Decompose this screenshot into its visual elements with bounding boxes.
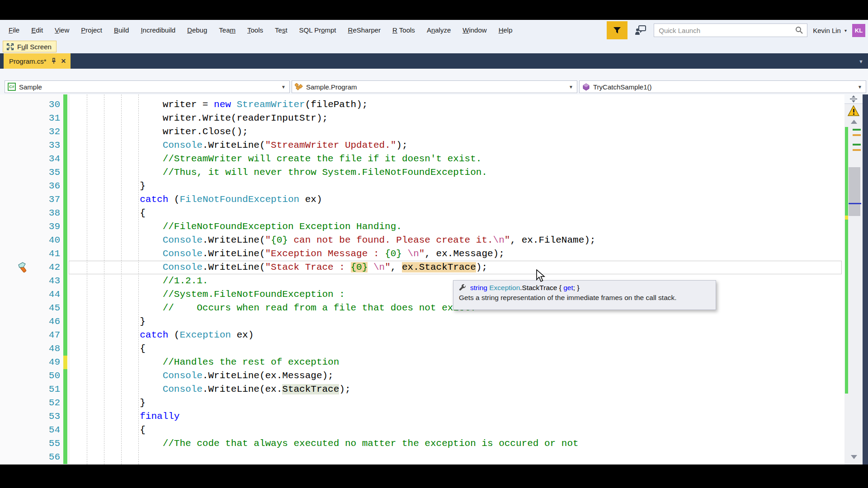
code-text: finally [71,411,179,422]
code-text: Console.WriteLine("Stack Trace : {0} \n"… [71,262,487,272]
change-tracking-bar [63,247,67,261]
code-line-51[interactable]: 51 Console.WriteLine(ex.StackTrace); [0,383,844,396]
feedback-button[interactable] [633,23,648,38]
scrollbar-mark-orange [853,134,861,136]
menu-item-r-tools[interactable]: R Tools [387,20,421,41]
tab-program-cs[interactable]: Program.cs* ✕ [4,53,71,69]
menu-item-test[interactable]: Test [269,20,293,41]
change-tracking-bar [63,193,67,206]
code-line-31[interactable]: 31 writer.Write(readerInputStr); [0,112,844,125]
member-dropdown[interactable]: TryCatchSample1() ▼ [579,80,866,93]
full-screen-button[interactable]: Full Screen [3,41,57,52]
line-number: 49 [0,356,60,369]
code-line-35[interactable]: 35 //Thus, it will never throw System.Fi… [0,166,844,179]
type-dropdown-value: Sample.Program [306,83,569,91]
full-screen-label: Full Screen [17,43,52,51]
scrollbar-thumb[interactable] [849,167,860,216]
menu-item-team[interactable]: Team [213,20,241,41]
line-number: 51 [0,383,60,396]
code-line-55[interactable]: 55 //The code that always executed no ma… [0,437,844,450]
code-line-42[interactable]: 42 Console.WriteLine("Stack Trace : {0} … [0,261,844,274]
tab-list-dropdown-icon[interactable]: ▼ [859,59,863,64]
menu-item-debug[interactable]: Debug [181,20,213,41]
csharp-project-icon: C# [8,83,16,91]
menu-item-view[interactable]: View [49,20,75,41]
scrollbar-up-arrow[interactable] [851,120,857,124]
code-line-38[interactable]: 38 { [0,206,844,220]
line-number: 43 [0,274,60,288]
code-line-30[interactable]: 30 writer = new StreamWriter(filePath); [0,98,844,112]
change-tracking-bar [63,206,67,220]
code-line-56[interactable]: 56 [0,450,844,464]
menu-item-incredibuild[interactable]: Incredibuild [135,20,181,41]
avatar[interactable]: KL [852,24,865,37]
code-line-34[interactable]: 34 //StreamWriter will create the file i… [0,152,844,166]
quick-launch-input[interactable] [658,26,795,35]
code-line-47[interactable]: 47 catch (Exception ex) [0,328,844,342]
code-line-36[interactable]: 36 } [0,179,844,193]
splitter-handle[interactable] [844,94,863,104]
code-text: //System.FileNotFoundException : [71,289,345,300]
code-line-49[interactable]: 49 //Handles the rest of exception [0,356,844,369]
menu-item-sql-prompt[interactable]: SQL Prompt [293,20,342,41]
file-status-warning-icon[interactable] [848,105,859,118]
change-tracking-bar [63,152,67,166]
menu-item-analyze[interactable]: Analyze [421,20,457,41]
code-line-43[interactable]: 43 //1.2.1. [0,274,844,288]
code-text: Console.WriteLine("{0} can not be found.… [71,235,595,245]
menu-item-build[interactable]: Build [108,20,135,41]
vertical-scrollbar[interactable] [844,94,863,465]
mouse-cursor [536,269,546,283]
code-line-45[interactable]: 45 // Occurs when read from a file that … [0,301,844,315]
project-dropdown[interactable]: C# Sample ▼ [5,80,290,93]
search-icon[interactable] [795,26,803,34]
code-line-39[interactable]: 39 //FileNotFoundException Exception Han… [0,220,844,234]
line-number: 41 [0,247,60,261]
code-line-32[interactable]: 32 writer.Close(); [0,125,844,139]
code-line-33[interactable]: 33 Console.WriteLine("StreamWriter Updat… [0,139,844,152]
menu-item-tools[interactable]: Tools [241,20,269,41]
code-line-41[interactable]: 41 Console.WriteLine("Exception Message … [0,247,844,261]
change-tracking-bar [63,220,67,234]
scrollbar-down-arrow[interactable] [851,455,857,459]
code-line-44[interactable]: 44 //System.FileNotFoundException : [0,288,844,301]
code-line-48[interactable]: 48 { [0,342,844,356]
code-line-54[interactable]: 54 { [0,423,844,437]
code-line-29[interactable]: 29 //... [0,94,844,98]
code-line-46[interactable]: 46 } [0,315,844,328]
quick-info-tooltip: string Exception.StackTrace { get; } Get… [453,280,716,310]
chevron-down-icon: ▼ [281,84,286,89]
menu-item-help[interactable]: Help [493,20,519,41]
menu-item-edit[interactable]: Edit [25,20,49,41]
line-number: 53 [0,410,60,423]
change-tracking-bar [63,423,67,437]
line-number: 34 [0,152,60,166]
code-text: catch (FileNotFoundException ex) [71,194,322,205]
menu-item-file[interactable]: File [3,20,25,41]
code-text: writer = new StreamWriter(filePath); [71,99,368,110]
code-line-52[interactable]: 52 } [0,396,844,410]
type-dropdown[interactable]: Sample.Program ▼ [292,80,577,93]
code-line-37[interactable]: 37 catch (FileNotFoundException ex) [0,193,844,206]
line-number: 33 [0,139,60,152]
code-text: catch (Exception ex) [71,330,254,340]
code-line-40[interactable]: 40 Console.WriteLine("{0} can not be fou… [0,234,844,247]
user-menu[interactable]: Kevin Lin ▾ [813,27,847,34]
scrollbar-mark-orange [853,149,861,151]
line-number: 47 [0,328,60,342]
menu-item-resharper[interactable]: ReSharper [342,20,387,41]
close-icon[interactable]: ✕ [61,57,66,65]
filter-button[interactable] [607,21,627,39]
change-tracking-bar [63,410,67,423]
line-number: 42 [0,261,60,274]
menu-item-window[interactable]: Window [457,20,492,41]
menu-item-project[interactable]: Project [75,20,108,41]
tab-label: Program.cs* [9,57,47,65]
code-line-50[interactable]: 50 Console.WriteLine(ex.Message); [0,369,844,383]
scrollbar-caret-marker [849,203,861,204]
code-editor[interactable]: 29 //...30 writer = new StreamWriter(fil… [0,94,844,465]
code-line-53[interactable]: 53 finally [0,410,844,423]
code-text: //FileNotFoundException Exception Handin… [71,221,402,232]
window-edge [863,94,868,465]
pin-icon[interactable] [51,58,57,64]
